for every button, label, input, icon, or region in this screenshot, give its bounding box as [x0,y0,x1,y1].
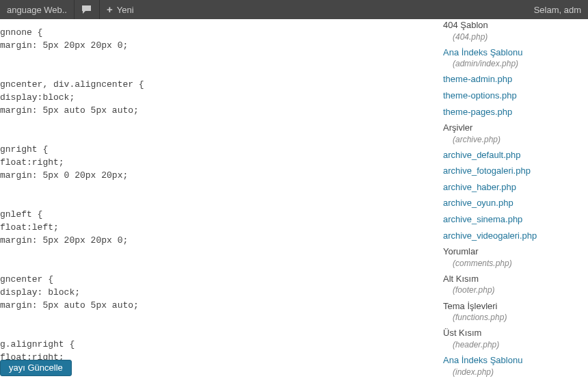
theme-file-link[interactable]: archive_default.php [443,149,581,161]
theme-file-filename: (comments.php) [443,258,581,269]
theme-file-link[interactable]: theme-admin.php [443,73,581,85]
admin-bar-greeting-item[interactable]: Selam, adm [527,0,588,19]
theme-files-sidebar[interactable]: 404 Şablon(404.php)Ana İndeks Şablonu(ad… [439,19,588,383]
theme-file-filename: (functions.php) [443,312,581,323]
theme-file-heading[interactable]: Alt Kısım [443,273,581,285]
theme-file-link[interactable]: theme-options.php [443,90,581,102]
theme-file-heading[interactable]: Arşivler [443,122,581,134]
admin-bar-site[interactable]: anguage Web.. [0,0,74,19]
theme-file-link[interactable]: theme-pages.php [443,106,581,118]
theme-file-filename: (archive.php) [443,134,581,145]
comment-icon [81,5,92,14]
theme-file-link[interactable]: archive_fotogaleri.php [443,165,581,177]
theme-file-filename: (header.php) [443,339,581,350]
update-file-button[interactable]: yayı Güncelle [0,360,72,376]
theme-file-link[interactable]: archive_haber.php [443,181,581,194]
theme-file-filename: (404.php) [443,31,581,42]
theme-file-heading[interactable]: 404 Şablon [443,19,581,31]
theme-file-filename: (footer.php) [443,285,581,295]
admin-bar-new[interactable]: + Yeni [100,0,141,19]
admin-bar-comments[interactable] [75,0,99,19]
new-label: Yeni [117,5,134,15]
theme-file-filename: (index.php) [443,367,581,378]
theme-file-link[interactable]: Ana İndeks Şablonu [443,354,581,367]
main-wrap: yayı Güncelle 404 Şablon(404.php)Ana İnd… [0,19,588,383]
theme-file-link[interactable]: archive_sinema.php [443,213,581,226]
theme-file-heading[interactable]: Üst Kısım [443,327,581,339]
site-name: anguage Web.. [7,5,67,15]
css-editor[interactable] [0,26,423,361]
theme-file-filename: (admin/index.php) [443,58,581,69]
theme-file-heading[interactable]: Tema İşlevleri [443,300,581,313]
theme-file-link[interactable]: archive_videogaleri.php [443,230,581,242]
editor-area: yayı Güncelle [0,19,439,383]
theme-file-link[interactable]: Ana İndeks Şablonu [443,47,581,59]
theme-file-link[interactable]: archive_oyun.php [443,197,581,209]
admin-bar-greeting: Selam, adm [534,5,581,15]
theme-file-heading[interactable]: Yorumlar [443,246,581,258]
admin-bar: anguage Web.. + Yeni Selam, adm [0,0,588,19]
